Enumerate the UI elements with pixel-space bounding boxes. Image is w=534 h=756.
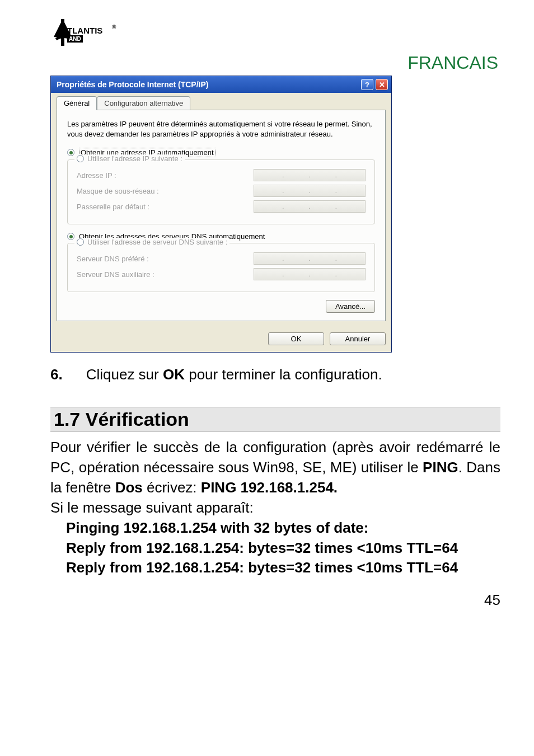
gateway-label: Passerelle par défaut : xyxy=(77,203,149,211)
para1-d: Dos xyxy=(115,479,143,496)
dns-aux-label: Serveur DNS auxiliaire : xyxy=(77,270,154,279)
page-number: 45 xyxy=(50,591,500,609)
tab-strip: Général Configuration alternative xyxy=(57,96,386,110)
para1-e: écrivez: xyxy=(143,479,201,496)
dns-pref-label: Serveur DNS préféré : xyxy=(77,255,149,263)
tab-alternative-config[interactable]: Configuration alternative xyxy=(97,96,190,110)
dialog-titlebar: Propriétés de Protocole Internet (TCP/IP… xyxy=(51,76,391,93)
subnet-mask-field: ... xyxy=(254,185,366,197)
help-button[interactable]: ? xyxy=(361,79,373,90)
section-title: 1.7 Vérification xyxy=(50,407,500,432)
ok-button[interactable]: OK xyxy=(268,332,324,345)
ping-line-2: Reply from 192.168.1.254: bytes=32 times… xyxy=(66,539,458,556)
ip-address-field: ... xyxy=(254,169,366,181)
radio-use-ip-label: Utiliser l'adresse IP suivante : xyxy=(87,154,182,163)
close-button[interactable]: ✕ xyxy=(376,79,388,90)
ping-line-1: Pinging 192.168.1.254 with 32 bytes of d… xyxy=(66,519,368,536)
svg-text:AND: AND xyxy=(69,36,81,42)
subnet-mask-label: Masque de sous-réseau : xyxy=(77,187,159,195)
step-bold: OK xyxy=(163,366,189,383)
tab-panel-general: Les paramètres IP peuvent être déterminé… xyxy=(57,110,386,321)
gateway-field: ... xyxy=(254,200,366,213)
radio-dot-icon xyxy=(67,233,74,240)
dns-aux-field: ... xyxy=(254,268,366,280)
step-post: pour terminer la configuration. xyxy=(189,366,382,383)
step-number: 6. xyxy=(50,365,63,384)
language-header: FRANCAIS xyxy=(34,53,500,73)
verification-para2: Si le message suivant apparaît: xyxy=(50,498,500,518)
radio-dot-icon xyxy=(67,149,74,156)
step-6: 6. Cliquez sur OK pour terminer la confi… xyxy=(50,365,500,384)
tab-general[interactable]: Général xyxy=(57,96,97,110)
para1-b: PING xyxy=(423,459,458,476)
ping-line-3: Reply from 192.168.1.254: bytes=32 times… xyxy=(66,559,458,576)
tcp-ip-properties-dialog: Propriétés de Protocole Internet (TCP/IP… xyxy=(50,76,392,353)
manual-dns-group: Utiliser l'adresse de serveur DNS suivan… xyxy=(67,243,375,292)
radio-use-dns[interactable] xyxy=(77,238,84,246)
dns-pref-field: ... xyxy=(254,252,366,265)
verification-paragraph: Pour vérifier le succès de la configurat… xyxy=(50,438,500,498)
cancel-button[interactable]: Annuler xyxy=(330,332,386,345)
ip-address-label: Adresse IP : xyxy=(77,171,116,180)
advanced-button[interactable]: Avancé... xyxy=(326,300,375,313)
logo-text: TLANTIS xyxy=(67,26,102,35)
dialog-title: Propriétés de Protocole Internet (TCP/IP… xyxy=(57,80,209,89)
svg-text:®: ® xyxy=(112,24,116,30)
description-text: Les paramètres IP peuvent être déterminé… xyxy=(67,119,375,139)
document-body: 6. Cliquez sur OK pour terminer la confi… xyxy=(50,365,500,609)
step-pre: Cliquez sur xyxy=(86,366,163,383)
radio-use-ip[interactable] xyxy=(77,155,84,162)
brand-logo: TLANTIS ® AND xyxy=(50,17,500,47)
manual-ip-group: Utiliser l'adresse IP suivante : Adresse… xyxy=(67,159,375,224)
radio-use-dns-label: Utiliser l'adresse de serveur DNS suivan… xyxy=(87,238,227,246)
para1-f: PING 192.168.1.254. xyxy=(201,479,338,496)
